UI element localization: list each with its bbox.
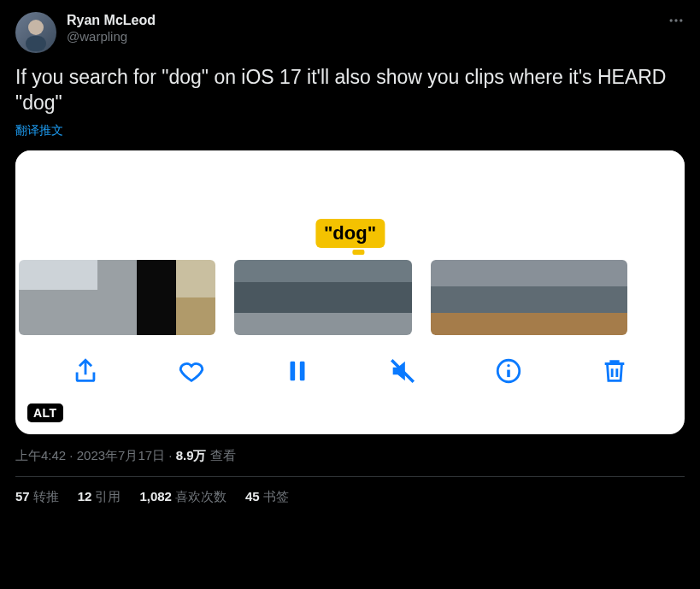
video-thumbnail — [19, 260, 58, 335]
svg-rect-5 — [290, 361, 295, 380]
tweet-stats: 57转推 12引用 1,082喜欢次数 45书签 — [15, 489, 685, 505]
divider — [15, 476, 685, 477]
svg-point-2 — [670, 19, 673, 21]
tweet-text: If you search for "dog" on iOS 17 it'll … — [15, 65, 685, 116]
more-icon[interactable] — [668, 12, 685, 32]
tweet-media[interactable]: "dog" — [15, 150, 685, 434]
svg-rect-6 — [299, 361, 304, 380]
video-thumbnail — [323, 260, 368, 335]
search-term-badge: "dog" — [315, 219, 385, 248]
video-thumbnail — [368, 260, 412, 335]
video-thumbnail — [588, 260, 627, 335]
video-thumbnail — [97, 260, 137, 335]
views-count: 8.9万 — [176, 448, 207, 462]
media-top: "dog" — [15, 150, 685, 258]
mute-icon[interactable] — [388, 356, 417, 386]
tweet: Ryan McLeod @warpling If you search for … — [0, 0, 700, 505]
tweet-header: Ryan McLeod @warpling — [15, 12, 685, 53]
tweet-time[interactable]: 上午4:42 — [15, 448, 66, 462]
info-icon[interactable] — [494, 356, 523, 386]
svg-point-4 — [679, 19, 682, 21]
display-name[interactable]: Ryan McLeod — [67, 12, 156, 29]
quotes-stat[interactable]: 12引用 — [78, 489, 121, 505]
views-label: 查看 — [210, 448, 236, 462]
retweets-stat[interactable]: 57转推 — [15, 489, 59, 505]
alt-badge[interactable]: ALT — [27, 403, 63, 422]
video-thumbnail — [549, 260, 588, 335]
svg-point-3 — [674, 19, 677, 21]
video-thumbnail — [470, 260, 509, 335]
tweet-meta: 上午4:42 · 2023年7月17日 · 8.9万 查看 — [15, 448, 685, 464]
user-handle[interactable]: @warpling — [67, 29, 156, 45]
video-thumbnail — [509, 260, 549, 335]
media-controls — [15, 337, 685, 405]
likes-stat[interactable]: 1,082喜欢次数 — [139, 489, 226, 505]
svg-rect-1 — [26, 36, 46, 51]
svg-point-0 — [28, 20, 44, 35]
video-thumbnail — [58, 260, 97, 335]
trash-icon[interactable] — [600, 356, 629, 386]
heart-icon[interactable] — [177, 356, 206, 386]
video-thumbnail — [279, 260, 323, 335]
pause-icon[interactable] — [283, 356, 312, 386]
translate-link[interactable]: 翻译推文 — [15, 123, 685, 138]
clip-group[interactable] — [234, 260, 412, 335]
video-scrubber[interactable] — [15, 258, 685, 337]
video-thumbnail — [431, 260, 470, 335]
video-thumbnail — [176, 260, 215, 335]
bookmarks-stat[interactable]: 45书签 — [245, 489, 289, 505]
video-thumbnail — [137, 260, 176, 335]
svg-point-10 — [508, 364, 510, 367]
user-names: Ryan McLeod @warpling — [67, 12, 156, 45]
share-icon[interactable] — [71, 356, 100, 386]
video-thumbnail — [234, 260, 279, 335]
tweet-date[interactable]: 2023年7月17日 — [77, 448, 165, 462]
clip-group[interactable] — [431, 260, 627, 335]
avatar[interactable] — [15, 12, 56, 53]
clip-group[interactable] — [19, 260, 215, 335]
